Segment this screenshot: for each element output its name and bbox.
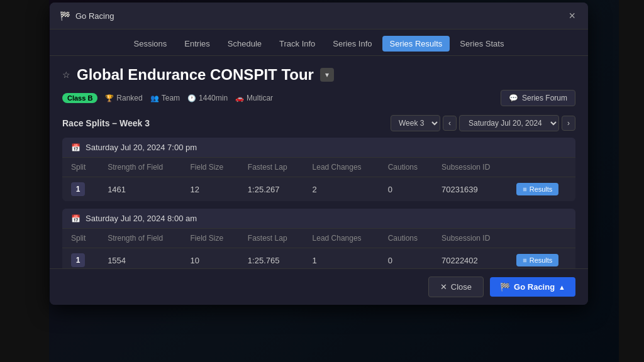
main-modal: 🏁 Go Racing × Sessions Entries Schedule … [50,3,588,305]
list-icon-1: ≡ [523,185,526,193]
nav-item-sessions[interactable]: Sessions [126,36,175,52]
badge-ranked: 🏆 Ranked [105,94,142,102]
session-block-1: 📅 Saturday Jul 20, 2024 7:00 pm Split St… [62,138,575,201]
clock-icon: 🕐 [187,94,196,102]
series-forum-button[interactable]: 💬 Series Forum [501,90,575,106]
nav-item-series-info[interactable]: Series Info [325,36,379,52]
col-fieldsize-2: Field Size [182,229,239,248]
nav-item-series-stats[interactable]: Series Stats [452,36,511,52]
week-next-button[interactable]: › [562,116,575,131]
col-sof-2: Strength of Field [99,229,181,248]
go-racing-flag-icon: 🏁 [500,282,510,292]
session-2-header: 📅 Saturday Jul 20, 2024 8:00 am [62,209,575,229]
cell-leadchanges: 2 [304,177,379,202]
cell-results: ≡ Results [508,177,575,202]
cell-subsession: 70231639 [433,177,508,202]
modal-nav: Sessions Entries Schedule Track Info Ser… [50,30,588,56]
date-dropdown[interactable]: Saturday Jul 20, 2024 [459,115,559,131]
col-actions-1 [508,158,575,177]
col-cautions-2: Cautions [379,229,433,248]
badge-team: 👥 Team [150,94,180,102]
team-icon: 👥 [150,94,159,102]
results-button-2[interactable]: ≡ Results [516,254,558,266]
col-fieldsize-1: Field Size [182,158,239,177]
cell-split: 1 [62,177,99,202]
modal-footer: ✕ Close 🏁 Go Racing ▲ [50,268,588,305]
multicar-icon: 🚗 [235,94,244,102]
modal-title: Go Racing [75,11,114,21]
close-button[interactable]: ✕ Close [428,277,484,297]
series-title: Global Endurance CONSPIT Tour [77,66,314,84]
session-1-header: 📅 Saturday Jul 20, 2024 7:00 pm [62,138,575,158]
titlebar-left: 🏁 Go Racing [60,11,114,21]
cell-fastestlap: 1:25.765 [239,248,304,269]
cell-cautions: 0 [379,177,433,202]
modal-body: ☆ Global Endurance CONSPIT Tour ▾ Class … [50,56,588,268]
col-split-1: Split [62,158,99,177]
cell-leadchanges: 1 [304,248,379,269]
col-actions-2 [508,229,575,248]
col-fastestlap-2: Fastest Lap [239,229,304,248]
chevron-up-icon: ▲ [558,283,565,291]
badge-class-b: Class B [62,93,97,103]
cell-split: 1 [62,248,99,269]
calendar-icon-1: 📅 [71,143,80,152]
race-splits-title: Race Splits – Week 3 [62,118,150,128]
week-selector: Week 3 ‹ Saturday Jul 20, 2024 › [391,115,575,131]
week-prev-button[interactable]: ‹ [443,116,457,131]
results-button-1[interactable]: ≡ Results [516,183,558,195]
session-2-table: Split Strength of Field Field Size Faste… [62,229,575,268]
week-dropdown[interactable]: Week 3 [391,115,440,131]
session-block-2: 📅 Saturday Jul 20, 2024 8:00 am Split St… [62,209,575,268]
cell-sof: 1554 [99,248,181,269]
col-sof-1: Strength of Field [99,158,181,177]
list-icon-2: ≡ [523,256,526,264]
table-row: 1 1554 10 1:25.765 1 0 70222402 ≡ Result… [62,248,575,269]
table-row: 1 1461 12 1:25.267 2 0 70231639 ≡ Result… [62,177,575,202]
nav-item-track-info[interactable]: Track Info [272,36,323,52]
modal-titlebar: 🏁 Go Racing × [50,3,588,30]
session-1-table: Split Strength of Field Field Size Faste… [62,158,575,201]
series-badges: Class B 🏆 Ranked 👥 Team 🕐 1440min 🚗 Mult… [62,90,575,106]
cell-fieldsize: 12 [182,177,239,202]
col-leadchanges-1: Lead Changes [304,158,379,177]
star-icon[interactable]: ☆ [62,70,70,80]
col-cautions-1: Cautions [379,158,433,177]
nav-item-series-results[interactable]: Series Results [382,36,450,52]
cell-fieldsize: 10 [182,248,239,269]
col-subsession-1: Subsession ID [433,158,508,177]
modal-close-button[interactable]: × [566,9,578,23]
cell-subsession: 70222402 [433,248,508,269]
cell-results: ≡ Results [508,248,575,269]
cell-sof: 1461 [99,177,181,202]
col-subsession-2: Subsession ID [433,229,508,248]
nav-item-schedule[interactable]: Schedule [220,36,269,52]
go-racing-button[interactable]: 🏁 Go Racing ▲ [490,277,575,297]
series-title-row: ☆ Global Endurance CONSPIT Tour ▾ [62,66,575,84]
col-split-2: Split [62,229,99,248]
calendar-icon-2: 📅 [71,214,80,223]
close-x-icon: ✕ [440,282,447,292]
badge-duration: 🕐 1440min [187,94,228,102]
cell-cautions: 0 [379,248,433,269]
ranked-icon: 🏆 [105,94,114,102]
col-leadchanges-2: Lead Changes [304,229,379,248]
badge-multicar: 🚗 Multicar [235,94,273,102]
col-fastestlap-1: Fastest Lap [239,158,304,177]
forum-icon: 💬 [509,94,518,102]
flag-icon: 🏁 [60,11,70,21]
cell-fastestlap: 1:25.267 [239,177,304,202]
nav-item-entries[interactable]: Entries [177,36,217,52]
race-splits-header: Race Splits – Week 3 Week 3 ‹ Saturday J… [62,115,575,131]
series-dropdown-button[interactable]: ▾ [320,68,334,82]
